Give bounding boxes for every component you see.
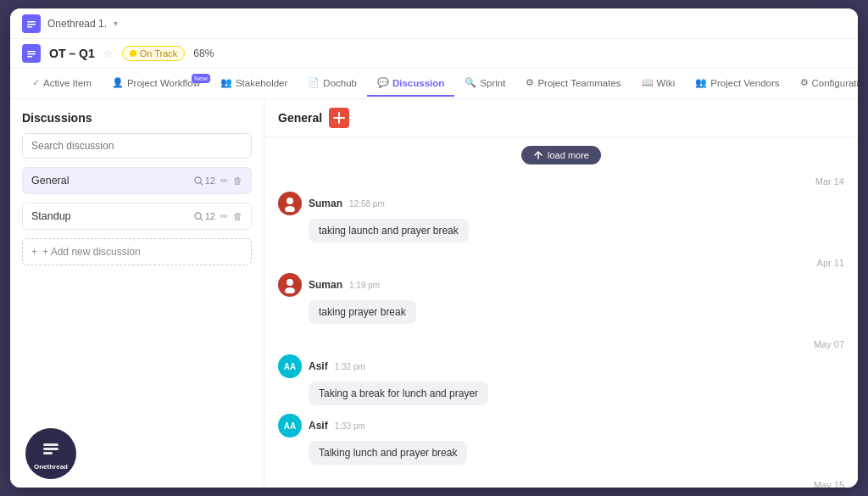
top-bar: Onethread 1. ▾ [10,8,858,39]
svg-rect-0 [27,21,36,23]
on-track-dot [130,50,136,57]
stakeholder-icon: 👥 [220,77,232,88]
tab-label: Configuration [812,78,859,88]
sender-name: Suman [309,279,342,291]
wiki-icon: 📖 [642,77,654,88]
svg-rect-3 [27,51,36,53]
msg-time: 12:58 pm [349,199,385,209]
message-bubble: Taking a break for lunch and prayer [309,382,488,405]
avatar-asif-2: AA [278,414,302,437]
config-icon: ⚙ [800,77,809,88]
tab-stakeholder[interactable]: 👥 Stakeholder [210,70,298,97]
tab-discussion[interactable]: 💬 Discussion [367,70,454,97]
discussion-item-standup[interactable]: Standup 12 ✏ 🗑 [22,203,252,230]
delete-icon-standup[interactable]: 🗑 [233,211,242,221]
plus-icon: + [31,246,37,258]
bottom-logo: Onethread [25,428,76,479]
msg-time: 1:33 pm [335,421,365,431]
add-discussion-button[interactable]: + + Add new discussion [22,238,252,265]
svg-rect-18 [43,452,53,454]
svg-rect-5 [27,56,32,58]
sender-name: Suman [309,198,342,209]
svg-point-10 [287,198,293,204]
chat-header: General [264,99,858,137]
tab-label: Sprint [480,78,505,88]
date-divider-apr11: Apr 11 [278,251,844,271]
edit-icon-standup[interactable]: ✏ [220,211,228,222]
svg-rect-1 [27,24,36,25]
chat-title: General [278,111,322,125]
svg-rect-16 [43,443,58,446]
avatar-suman-2 [278,273,302,297]
sprint-icon: 🔍 [465,77,476,88]
tab-wiki[interactable]: 📖 Wiki [632,70,686,97]
star-icon[interactable]: ☆ [103,47,114,60]
message-group-asif-1: AA Asif 1:32 pm Taking a break for lunch… [278,354,844,405]
chevron-icon: ▾ [114,19,118,28]
add-members-button[interactable] [329,108,349,128]
message-group-suman-2: Suman 1:19 pm taking prayer break [278,273,844,324]
tab-label: Project Vendors [710,78,779,88]
svg-line-7 [200,182,203,185]
date-divider-may15: May 15 [278,473,844,488]
new-badge: New [192,74,210,83]
workspace-name: Onethread 1. [47,18,107,30]
tab-label: Discussion [392,78,444,88]
on-track-label: On Track [140,48,178,59]
tab-project-vendors[interactable]: 👥 Project Vendors [685,70,789,97]
message-bubble: taking launch and prayer break [309,219,469,242]
user-icon: 👤 [112,77,124,88]
message-header: AA Asif 1:32 pm [278,354,844,378]
avatar-suman [278,192,302,215]
message-bubble: Talking lunch and prayer break [309,441,467,465]
sender-name: Asif [309,420,328,432]
date-divider-mar14: Mar 14 [278,170,844,190]
sidebar-title: Discussions [22,111,252,125]
load-more-button[interactable]: load more [521,146,601,164]
message-bubble: taking prayer break [309,300,416,324]
tab-configuration[interactable]: ⚙ Configuration [790,70,859,97]
svg-point-13 [285,287,295,293]
delete-icon-general[interactable]: 🗑 [233,176,242,186]
svg-point-12 [287,279,293,286]
search-input[interactable] [22,133,252,159]
tab-label: Active Item [43,78,92,88]
project-icon [22,44,41,63]
msg-time: 1:19 pm [349,281,380,290]
load-more-label: load more [548,150,589,160]
edit-icon-general[interactable]: ✏ [220,176,228,187]
logo-label: Onethread [34,463,68,471]
vendors-icon: 👥 [695,77,707,88]
logo-icon [41,437,61,461]
sender-name: Asif [309,360,328,372]
messages-container[interactable]: load more Mar 14 Suman 12:58 pm taking l… [264,137,858,488]
disc-count-standup: 12 [194,211,215,221]
doc-icon: 📄 [308,77,320,88]
tab-label: Project Workflow [127,78,200,88]
svg-rect-2 [27,26,32,28]
project-title: OT – Q1 [49,47,95,60]
disc-actions-standup: 12 ✏ 🗑 [194,211,242,222]
tab-active-item[interactable]: ✓ Active Item [22,70,102,97]
tab-project-workflow[interactable]: 👤 Project Workflow New [102,70,210,97]
disc-name-general: General [31,175,69,187]
avatar-asif: AA [278,354,302,378]
teammates-icon: ⚙ [526,77,534,88]
message-group-asif-2: AA Asif 1:33 pm Talking lunch and prayer… [278,414,844,465]
discussion-item-general[interactable]: General 12 ✏ 🗑 [22,167,252,194]
project-bar: OT – Q1 ☆ On Track 68% [10,39,858,69]
svg-point-11 [285,206,295,212]
tab-label: Wiki [657,78,676,88]
on-track-badge: On Track [122,46,186,61]
message-header: Suman 1:19 pm [278,273,844,297]
main-content: Discussions General 12 ✏ 🗑 Standup [10,99,858,488]
tab-label: Stakeholder [236,78,287,88]
msg-time: 1:32 pm [335,362,365,371]
date-divider-may07: May 07 [278,332,844,353]
svg-point-6 [195,176,201,182]
check-icon: ✓ [32,77,40,88]
tab-dochub[interactable]: 📄 Dochub [298,70,367,97]
tab-project-teammates[interactable]: ⚙ Project Teammates [515,70,631,97]
tab-sprint[interactable]: 🔍 Sprint [454,70,515,97]
svg-rect-4 [27,53,36,55]
